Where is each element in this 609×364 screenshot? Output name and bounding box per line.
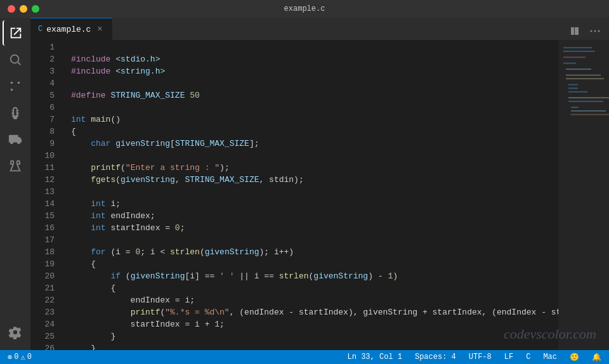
code-line: printf("Enter a string : "); [71, 162, 558, 174]
status-spaces[interactable]: Spaces: 4 [412, 350, 459, 364]
status-language[interactable]: C [523, 350, 533, 364]
warning-count: 0 [27, 353, 32, 361]
svg-rect-20 [571, 107, 579, 108]
svg-rect-16 [568, 88, 578, 89]
svg-rect-9 [563, 51, 595, 52]
status-eol[interactable]: LF [502, 350, 516, 364]
code-line: if (givenString[i] == ' ' || i == strlen… [71, 270, 558, 282]
svg-point-7 [598, 30, 600, 32]
svg-rect-12 [566, 68, 591, 70]
editor-actions [566, 22, 609, 40]
status-left: ⊗ 0 ⚠ 0 [5, 350, 34, 364]
spaces-text: Spaces: 4 [415, 353, 456, 361]
c-file-icon: C [38, 25, 43, 34]
code-editor[interactable]: #include <stdio.h>#include <string.h> #d… [61, 40, 558, 350]
svg-point-0 [11, 55, 19, 63]
sidebar-item-extensions[interactable] [3, 127, 28, 152]
error-icon: ⊗ [8, 353, 12, 362]
svg-rect-17 [568, 91, 587, 93]
code-line: int endIndex; [71, 210, 558, 222]
warning-icon: ⚠ [20, 353, 25, 362]
encoding-text: UTF-8 [469, 353, 492, 361]
status-errors[interactable]: ⊗ 0 ⚠ 0 [5, 350, 34, 364]
svg-rect-8 [563, 47, 592, 48]
svg-rect-11 [563, 63, 576, 64]
split-editor-button[interactable] [566, 22, 584, 40]
code-line: startIndex = i + 1; [71, 318, 558, 330]
svg-point-3 [18, 82, 20, 84]
minimize-button[interactable] [20, 5, 27, 13]
sidebar-item-source-control[interactable] [3, 74, 28, 99]
code-line [71, 186, 558, 198]
code-line: int startIndex = 0; [71, 222, 558, 234]
tab-bar: C example.c × [30, 18, 609, 40]
svg-rect-22 [571, 114, 609, 115]
close-button[interactable] [8, 5, 15, 13]
smiley-icon: 🙂 [570, 353, 579, 362]
maximize-button[interactable] [32, 5, 39, 13]
code-line [71, 101, 558, 114]
code-line: { [71, 258, 558, 270]
code-line: } [71, 330, 558, 342]
code-line: int main() [71, 114, 558, 126]
code-line [71, 234, 558, 246]
code-line: } [71, 342, 558, 350]
sidebar-item-settings[interactable] [3, 320, 28, 345]
svg-point-5 [591, 30, 593, 32]
status-right: Ln 33, Col 1 Spaces: 4 UTF-8 LF C Mac 🙂 … [345, 350, 604, 364]
more-actions-button[interactable] [586, 22, 604, 40]
sidebar-item-debug[interactable] [3, 100, 28, 126]
app-body: C example.c × 12345678910111213141516171… [0, 18, 609, 350]
status-position[interactable]: Ln 33, Col 1 [345, 350, 405, 364]
svg-rect-10 [563, 56, 586, 58]
window-controls [8, 5, 39, 13]
svg-rect-13 [566, 75, 601, 76]
status-encoding[interactable]: UTF-8 [466, 350, 494, 364]
code-line: { [71, 126, 558, 138]
svg-rect-19 [568, 101, 603, 102]
code-line: #define STRING_MAX_SIZE 50 [71, 89, 558, 101]
tab-close-button[interactable]: × [95, 24, 105, 34]
code-line: { [71, 282, 558, 294]
language-text: C [526, 353, 530, 361]
titlebar: example.c [0, 0, 609, 18]
sidebar-item-test[interactable] [3, 153, 28, 179]
svg-point-6 [594, 30, 596, 32]
status-notifications[interactable]: 🔔 [589, 350, 604, 364]
sidebar-item-search[interactable] [3, 47, 28, 72]
svg-rect-14 [566, 78, 604, 79]
tab-label: example.c [46, 25, 91, 34]
code-line: printf("%.*s = %d\n", (endIndex - startI… [71, 306, 558, 318]
activity-bar [0, 18, 30, 350]
editor-area: C example.c × 12345678910111213141516171… [30, 18, 609, 350]
error-count: 0 [14, 353, 18, 361]
platform-text: Mac [543, 353, 557, 361]
editor-content[interactable]: 1234567891011121314151617181920212223242… [30, 40, 609, 350]
code-line [71, 77, 558, 89]
status-bar: ⊗ 0 ⚠ 0 Ln 33, Col 1 Spaces: 4 UTF-8 LF … [0, 350, 609, 364]
svg-rect-21 [571, 110, 606, 112]
svg-point-4 [11, 89, 13, 91]
tab-example-c[interactable]: C example.c × [30, 18, 112, 40]
code-line: #include <stdio.h> [71, 53, 558, 65]
code-line: #include <string.h> [71, 65, 558, 77]
code-line [71, 150, 558, 162]
code-line: char givenString[STRING_MAX_SIZE]; [71, 138, 558, 150]
code-line [71, 41, 558, 53]
code-line: int i; [71, 198, 558, 210]
code-line: fgets(givenString, STRING_MAX_SIZE, stdi… [71, 174, 558, 186]
code-line: endIndex = i; [71, 294, 558, 306]
line-numbers: 1234567891011121314151617181920212223242… [30, 40, 61, 350]
code-line: for (i = 0; i < strlen(givenString); i++… [71, 246, 558, 258]
status-platform[interactable]: Mac [540, 350, 560, 364]
window-title: example.c [284, 4, 325, 13]
svg-rect-18 [568, 97, 609, 98]
position-text: Ln 33, Col 1 [348, 353, 402, 361]
svg-line-1 [18, 62, 20, 65]
sidebar-item-explorer[interactable] [3, 20, 28, 46]
status-feedback[interactable]: 🙂 [567, 350, 582, 364]
minimap [558, 40, 609, 350]
svg-rect-15 [568, 84, 578, 86]
eol-text: LF [504, 353, 513, 361]
bell-icon: 🔔 [592, 353, 601, 362]
